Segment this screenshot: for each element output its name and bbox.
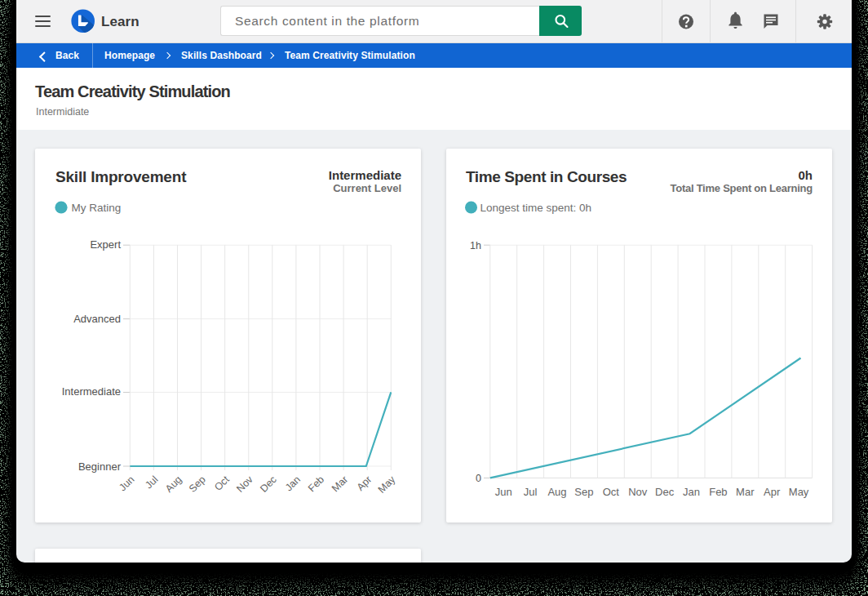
svg-text:1h: 1h [470, 240, 481, 251]
svg-text:Jan: Jan [283, 474, 303, 493]
svg-text:Apr: Apr [764, 486, 781, 498]
svg-text:Dec: Dec [258, 474, 279, 495]
svg-text:0: 0 [476, 473, 481, 484]
svg-text:Longest time spent: 0h: Longest time spent: 0h [480, 202, 592, 214]
svg-text:Jun: Jun [117, 474, 136, 493]
svg-text:Intermediate: Intermediate [62, 385, 121, 398]
svg-text:Beginner: Beginner [78, 460, 122, 473]
svg-text:Sep: Sep [574, 486, 593, 498]
svg-text:Jan: Jan [683, 486, 700, 498]
svg-text:Mar: Mar [736, 486, 755, 498]
svg-text:Dec: Dec [655, 486, 675, 498]
svg-text:Time Spent in Courses: Time Spent in Courses [466, 168, 627, 185]
svg-text:Mar: Mar [330, 474, 350, 494]
svg-text:Feb: Feb [709, 486, 727, 498]
svg-text:May: May [789, 486, 809, 498]
svg-text:Jun: Jun [495, 486, 512, 498]
svg-text:Jul: Jul [524, 486, 538, 498]
svg-text:Oct: Oct [603, 486, 620, 498]
svg-text:Skill Improvement: Skill Improvement [55, 168, 187, 185]
svg-text:0h: 0h [798, 168, 813, 182]
svg-text:Aug: Aug [547, 486, 566, 498]
svg-text:Apr: Apr [355, 474, 374, 493]
svg-text:Expert: Expert [90, 238, 121, 251]
svg-text:Oct: Oct [212, 474, 232, 493]
svg-text:May: May [376, 474, 398, 496]
svg-text:Feb: Feb [306, 474, 326, 494]
svg-text:My Rating: My Rating [72, 202, 122, 214]
svg-text:Current Level: Current Level [333, 182, 401, 194]
svg-text:Total Time Spent on Learning: Total Time Spent on Learning [670, 182, 813, 194]
svg-text:Advanced: Advanced [73, 313, 121, 325]
svg-text:Intermediate: Intermediate [329, 168, 401, 182]
svg-text:Aug: Aug [163, 474, 184, 495]
svg-text:Sep: Sep [187, 474, 208, 495]
svg-text:Nov: Nov [234, 474, 255, 495]
svg-text:Nov: Nov [628, 486, 648, 498]
svg-text:Jul: Jul [143, 474, 160, 491]
